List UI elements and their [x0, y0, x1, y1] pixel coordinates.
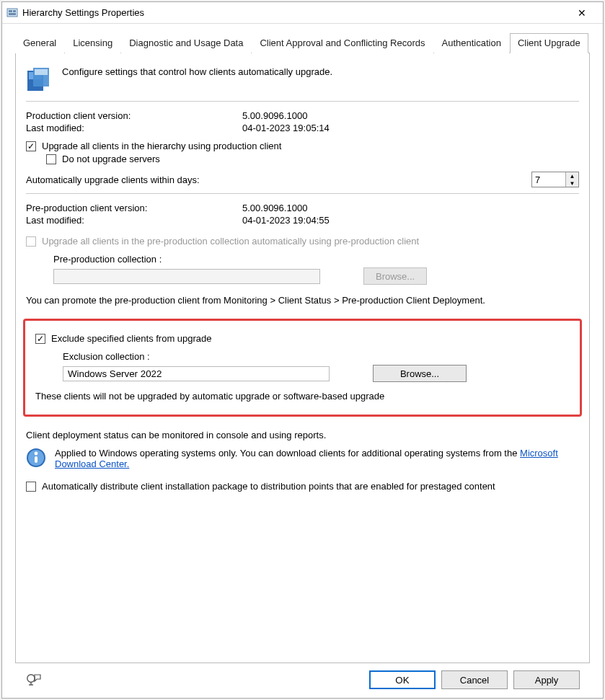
- applied-note: Applied to Windows operating systems onl…: [55, 448, 579, 469]
- app-icon: [6, 7, 18, 19]
- exclude-highlight-box: ✓ Exclude specified clients from upgrade…: [23, 319, 582, 417]
- svg-rect-3: [9, 13, 16, 15]
- upgrade-all-row: ✓ Upgrade all clients in the hierarchy u…: [26, 141, 579, 151]
- autodist-label: Automatically distribute client installa…: [42, 481, 495, 492]
- cancel-button[interactable]: Cancel: [441, 670, 508, 689]
- preprod-version-value: 5.00.9096.1000: [242, 203, 579, 213]
- exclude-row: ✓ Exclude specified clients from upgrade: [35, 333, 570, 344]
- svg-rect-2: [13, 10, 16, 12]
- dialog-title: Hierarchy Settings Properties: [22, 7, 565, 18]
- days-label: Automatically upgrade clients within day…: [26, 174, 200, 185]
- deployment-status-hint: Client deployment status can be monitore…: [26, 430, 579, 440]
- svg-rect-0: [7, 9, 17, 17]
- divider: [26, 101, 579, 102]
- applied-note-text: Applied to Windows operating systems onl…: [55, 448, 520, 458]
- close-icon[interactable]: ✕: [565, 7, 599, 19]
- client-area: General Licensing Diagnostic and Usage D…: [2, 24, 603, 698]
- exclude-checkbox[interactable]: ✓: [35, 334, 45, 344]
- exclusion-collection-block: Exclusion collection : Browse...: [63, 351, 570, 382]
- package-icon: [26, 66, 52, 94]
- days-up-icon[interactable]: ▲: [566, 172, 578, 180]
- preprod-modified-row: Last modified: 04-01-2023 19:04:55: [26, 215, 579, 226]
- autodist-checkbox[interactable]: [26, 482, 36, 492]
- svg-rect-7: [35, 69, 48, 75]
- prod-version-label: Production client version:: [26, 110, 242, 121]
- exclude-label: Exclude specified clients from upgrade: [51, 333, 212, 344]
- autodist-row: Automatically distribute client installa…: [26, 481, 579, 492]
- svg-rect-10: [35, 456, 37, 463]
- dialog-window: Hierarchy Settings Properties ✕ General …: [1, 1, 604, 699]
- preprod-browse-button: Browse...: [363, 267, 427, 285]
- preprod-version-label: Pre-production client version:: [26, 203, 242, 213]
- prod-modified-row: Last modified: 04-01-2023 19:05:14: [26, 123, 579, 133]
- feedback-icon[interactable]: [25, 672, 41, 688]
- divider: [26, 193, 579, 194]
- tab-content-client-upgrade: Configure settings that control how clie…: [15, 53, 590, 663]
- upgrade-all-label: Upgrade all clients in the hierarchy usi…: [42, 141, 281, 151]
- prod-version-value: 5.00.9096.1000: [242, 110, 579, 121]
- upgrade-all-checkbox[interactable]: ✓: [26, 141, 36, 151]
- days-input[interactable]: [532, 172, 565, 187]
- info-icon: [26, 448, 46, 468]
- intro-row: Configure settings that control how clie…: [26, 66, 579, 94]
- exclusion-collection-input[interactable]: [63, 366, 330, 381]
- tab-licensing[interactable]: Licensing: [65, 33, 120, 53]
- preprod-collection-label: Pre-production collection :: [53, 254, 579, 265]
- dialog-footer: OK Cancel Apply: [15, 663, 590, 698]
- preprod-collection-block: Pre-production collection : Browse...: [53, 254, 579, 285]
- prod-modified-label: Last modified:: [26, 123, 242, 133]
- svg-point-12: [27, 675, 35, 682]
- preprod-version-row: Pre-production client version: 5.00.9096…: [26, 203, 579, 213]
- no-servers-row: Do not upgrade servers: [46, 154, 579, 164]
- no-servers-checkbox[interactable]: [46, 154, 56, 164]
- preprod-modified-value: 04-01-2023 19:04:55: [242, 215, 579, 226]
- tab-client-approval[interactable]: Client Approval and Conflicting Records: [252, 33, 433, 53]
- preprod-promote-hint: You can promote the pre-production clien…: [26, 295, 579, 306]
- preprod-collection-input: [53, 269, 320, 284]
- tab-general[interactable]: General: [15, 33, 64, 53]
- ok-button[interactable]: OK: [369, 670, 436, 689]
- preprod-modified-label: Last modified:: [26, 215, 242, 226]
- applied-note-row: Applied to Windows operating systems onl…: [26, 448, 579, 469]
- svg-rect-1: [9, 10, 12, 12]
- days-row: Automatically upgrade clients within day…: [26, 172, 579, 187]
- tab-diagnostic-usage[interactable]: Diagnostic and Usage Data: [121, 33, 251, 53]
- preprod-upgrade-checkbox: [26, 236, 36, 247]
- svg-point-11: [35, 452, 38, 456]
- tab-client-upgrade[interactable]: Client Upgrade: [510, 33, 588, 53]
- exclusion-browse-button[interactable]: Browse...: [373, 365, 467, 382]
- no-servers-label: Do not upgrade servers: [62, 154, 160, 164]
- prod-modified-value: 04-01-2023 19:05:14: [242, 123, 579, 133]
- apply-button[interactable]: Apply: [513, 670, 580, 689]
- days-down-icon[interactable]: ▼: [566, 180, 578, 187]
- exclusion-collection-label: Exclusion collection :: [63, 351, 570, 362]
- days-spinner: ▲ ▼: [531, 172, 579, 187]
- titlebar: Hierarchy Settings Properties ✕: [2, 2, 603, 24]
- tab-authentication[interactable]: Authentication: [434, 33, 509, 53]
- preprod-upgrade-label: Upgrade all clients in the pre-productio…: [42, 236, 419, 247]
- prod-version-row: Production client version: 5.00.9096.100…: [26, 110, 579, 121]
- exclude-note: These clients will not be upgraded by au…: [35, 391, 570, 402]
- intro-text: Configure settings that control how clie…: [62, 66, 332, 77]
- tabstrip: General Licensing Diagnostic and Usage D…: [15, 32, 590, 53]
- preprod-upgrade-row: Upgrade all clients in the pre-productio…: [26, 236, 579, 247]
